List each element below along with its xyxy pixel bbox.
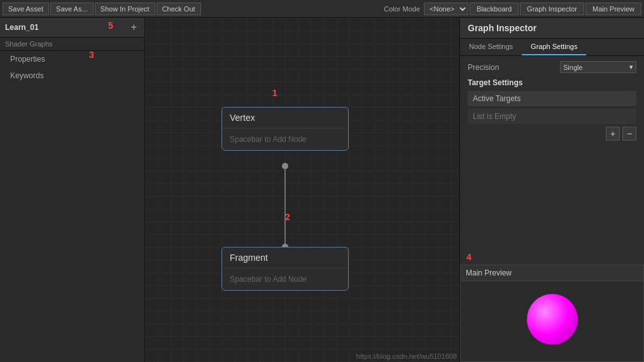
main-preview-tab-top[interactable]: Main Preview	[585, 3, 641, 15]
remove-target-button[interactable]: −	[622, 127, 636, 141]
canvas-background	[145, 18, 459, 362]
target-settings-label: Target Settings	[468, 78, 636, 87]
check-out-button[interactable]: Check Out	[157, 3, 201, 15]
fragment-node[interactable]: Fragment Spacebar to Add Node	[221, 247, 349, 291]
left-panel-subtitle: Shader Graphs	[0, 38, 144, 51]
left-panel-header: Learn_01 +	[0, 18, 144, 38]
precision-dropdown[interactable]: Single ▾	[560, 61, 636, 73]
url-bar: https://blog.csdn.net/wu5101608	[145, 351, 459, 362]
right-panel-title: Graph Inspector	[460, 18, 644, 39]
precision-value: Single	[563, 64, 583, 71]
url-text: https://blog.csdn.net/wu5101608	[356, 352, 457, 360]
save-as-button[interactable]: Save As...	[50, 3, 94, 15]
right-panel-content: Precision Single ▾ Target Settings Activ…	[460, 56, 644, 265]
precision-dropdown-arrow: ▾	[629, 63, 633, 71]
precision-label: Precision	[468, 63, 499, 72]
vertex-node-placeholder: Spacebar to Add Node	[222, 129, 348, 150]
color-mode-dropdown[interactable]: <None>	[424, 3, 468, 15]
graph-settings-tab[interactable]: Graph Settings	[522, 39, 586, 55]
active-targets-bar: Active Targets	[468, 91, 636, 106]
vertex-node[interactable]: Vertex Spacebar to Add Node	[221, 107, 349, 151]
main-layout: 3 Learn_01 + Shader Graphs Properties Ke…	[0, 18, 644, 362]
color-mode-label: Color Mode	[384, 5, 420, 13]
vertex-connector-bottom[interactable]	[282, 163, 288, 169]
targets-actions: + −	[468, 127, 636, 141]
left-panel-title: Learn_01	[5, 23, 39, 32]
canvas-area[interactable]: 1 2 Vertex Spacebar to Add Node Fragment…	[145, 18, 459, 362]
right-panel-tabs: Node Settings Graph Settings	[460, 39, 644, 56]
preview-sphere-container	[461, 281, 643, 361]
preview-panel: Main Preview	[460, 265, 644, 362]
left-panel: 3 Learn_01 + Shader Graphs Properties Ke…	[0, 18, 145, 362]
fragment-node-placeholder: Spacebar to Add Node	[222, 268, 348, 290]
show-in-project-button[interactable]: Show In Project	[95, 3, 155, 15]
preview-title: Main Preview	[461, 265, 643, 281]
list-empty-bar: List is Empty	[468, 109, 636, 124]
left-panel-add-button[interactable]: +	[129, 22, 139, 33]
right-panel: 5 Graph Inspector Node Settings Graph Se…	[459, 18, 644, 362]
blackboard-tab-top[interactable]: Blackboard	[470, 3, 519, 15]
preview-sphere	[527, 294, 578, 345]
graph-inspector-tab-top[interactable]: Graph Inspector	[520, 3, 584, 15]
vertex-node-title: Vertex	[222, 108, 348, 129]
top-toolbar: Save Asset Save As... Show In Project Ch…	[0, 0, 644, 18]
fragment-node-title: Fragment	[222, 247, 348, 268]
save-asset-button[interactable]: Save Asset	[3, 3, 49, 15]
left-panel-keywords[interactable]: Keywords	[0, 67, 144, 84]
add-target-button[interactable]: +	[606, 127, 620, 141]
left-panel-properties[interactable]: Properties	[0, 51, 144, 67]
node-settings-tab[interactable]: Node Settings	[460, 39, 522, 55]
precision-row: Precision Single ▾	[468, 61, 636, 73]
